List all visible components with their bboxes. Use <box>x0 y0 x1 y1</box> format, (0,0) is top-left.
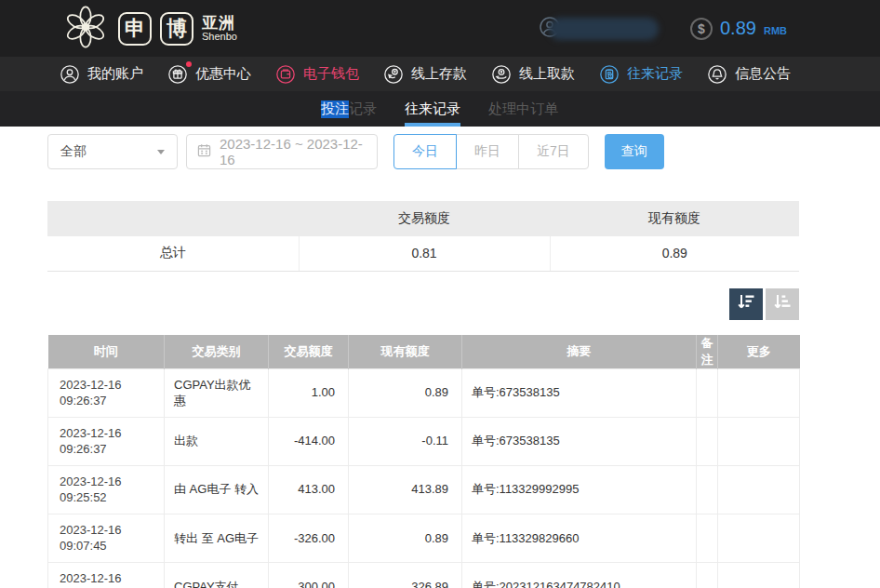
summary-header-balance: 现有额度 <box>550 201 799 236</box>
sort-asc-icon <box>772 293 793 314</box>
nav-item-label: 电子钱包 <box>303 65 359 83</box>
summary-header-row: 交易额度 现有额度 <box>47 201 799 236</box>
col-amount: 交易额度 <box>269 335 349 369</box>
dollar-circle-icon: $ <box>690 18 713 40</box>
nav-item-withdraw[interactable]: 线上取款 <box>491 64 575 85</box>
table-row: 2023-12-16 09:25:52 由 AG电子 转入 413.00 413… <box>48 465 800 514</box>
username-redacted <box>549 18 659 40</box>
nav-item-label: 优惠中心 <box>195 65 251 83</box>
cell-more <box>718 465 800 514</box>
nav-item-label: 我的账户 <box>87 65 143 83</box>
tab-pending-orders[interactable]: 处理中订单 <box>488 91 558 127</box>
nav-item-my-account[interactable]: 我的账户 <box>60 64 143 85</box>
nav-item-label: 线上存款 <box>411 65 467 83</box>
summary-table: 交易额度 现有额度 总计 0.81 0.89 <box>47 201 799 272</box>
nav-item-label: 线上取款 <box>519 65 575 83</box>
cell-remark <box>697 368 718 417</box>
nav-item-transaction-records[interactable]: 往来记录 <box>599 64 683 85</box>
cell-remark <box>697 417 718 465</box>
cell-more <box>718 417 800 465</box>
quick-date-button-group: 今日 昨日 近7日 <box>393 134 589 169</box>
wallet-icon <box>275 64 296 85</box>
tab-label-selected-text: 投注 <box>321 100 349 118</box>
logo-char-bo: 博 <box>160 12 193 46</box>
summary-total-balance: 0.89 <box>550 236 799 271</box>
cell-amount: 300.00 <box>269 562 349 588</box>
main-content: 全部 2023-12-16 ~ 2023-12-16 今日 昨日 近7日 查询 <box>0 127 799 588</box>
cell-balance: -0.11 <box>349 417 462 465</box>
main-navigation: 我的账户 优惠中心 电子钱包 线 <box>0 57 880 91</box>
cell-type: CGPAY支付 <box>165 562 269 588</box>
balance-display[interactable]: $ 0.89 RMB <box>690 18 787 40</box>
nav-item-promotions[interactable]: 优惠中心 <box>167 64 251 85</box>
bell-icon <box>707 64 727 85</box>
brand-logo[interactable]: 申 博 亚洲 Shenbo <box>61 3 237 55</box>
yesterday-button[interactable]: 昨日 <box>456 134 519 169</box>
last7days-button[interactable]: 近7日 <box>518 134 589 169</box>
nav-item-e-wallet[interactable]: 电子钱包 <box>275 64 359 85</box>
nav-item-announcements[interactable]: 信息公告 <box>707 64 791 85</box>
sort-desc-icon <box>736 293 756 314</box>
type-select-value: 全部 <box>60 143 87 160</box>
logo-region-label: 亚洲 <box>202 15 237 32</box>
col-time: 时间 <box>48 335 165 369</box>
tab-transaction-records[interactable]: 往来记录 <box>405 91 460 127</box>
cell-more <box>718 368 800 417</box>
sort-controls <box>47 288 799 320</box>
type-select[interactable]: 全部 <box>47 134 178 169</box>
balance-currency: RMB <box>764 20 787 36</box>
user-account-chip[interactable] <box>539 16 659 42</box>
nav-item-label: 信息公告 <box>735 65 791 83</box>
cell-type: 转出 至 AG电子 <box>165 514 269 562</box>
withdraw-icon <box>491 64 512 85</box>
table-header-row: 时间 交易类别 交易额度 现有额度 摘要 备注 更多 <box>48 335 800 369</box>
nav-item-label: 往来记录 <box>627 65 683 83</box>
col-remark: 备注 <box>697 335 718 369</box>
cell-remark <box>697 562 718 588</box>
cell-time: 2023-12-16 09:03:35 <box>48 562 165 588</box>
records-icon <box>599 64 620 85</box>
cell-remark <box>697 465 718 514</box>
summary-total-transaction: 0.81 <box>299 236 550 271</box>
cell-balance: 0.89 <box>349 514 462 562</box>
cell-time: 2023-12-16 09:25:52 <box>48 465 165 514</box>
table-row: 2023-12-16 09:26:37 出款 -414.00 -0.11 单号:… <box>48 417 800 465</box>
transactions-table: 时间 交易类别 交易额度 现有额度 摘要 备注 更多 2023-12-16 09… <box>47 335 800 588</box>
tab-label-rest: 记录 <box>349 100 377 118</box>
sort-descending-button[interactable] <box>729 288 763 320</box>
tab-label: 处理中订单 <box>488 100 558 118</box>
summary-total-label: 总计 <box>47 236 299 271</box>
calendar-icon <box>197 143 211 160</box>
cell-time: 2023-12-16 09:26:37 <box>48 368 165 417</box>
sort-ascending-button[interactable] <box>766 288 799 320</box>
tab-bet-records[interactable]: 投注记录 <box>321 91 377 127</box>
nav-item-deposit[interactable]: 线上存款 <box>383 64 467 85</box>
tab-label: 往来记录 <box>405 100 460 118</box>
table-row: 2023-12-16 09:26:37 CGPAY出款优惠 1.00 0.89 … <box>48 368 800 417</box>
balance-amount: 0.89 <box>720 18 756 39</box>
cell-balance: 326.89 <box>349 562 462 588</box>
date-range-input[interactable]: 2023-12-16 ~ 2023-12-16 <box>186 134 378 169</box>
date-range-value: 2023-12-16 ~ 2023-12-16 <box>220 136 367 167</box>
top-header-bar: 申 博 亚洲 Shenbo $ 0.89 RMB <box>0 0 880 57</box>
cell-summary: 单号:113329829660 <box>462 514 697 562</box>
cell-more <box>718 514 800 562</box>
cell-remark <box>697 514 718 562</box>
logo-brand-label: Shenbo <box>202 32 237 43</box>
cell-summary: 单号:202312163474782410 <box>462 562 697 588</box>
search-button[interactable]: 查询 <box>605 134 664 169</box>
notification-dot <box>186 61 192 67</box>
today-button[interactable]: 今日 <box>393 134 457 169</box>
col-more: 更多 <box>718 335 800 369</box>
cell-amount: -414.00 <box>269 417 349 465</box>
cell-type: 由 AG电子 转入 <box>165 465 269 514</box>
summary-header-transaction: 交易额度 <box>299 201 550 236</box>
record-tabs-bar: 投注记录 往来记录 处理中订单 <box>0 91 880 127</box>
table-row: 2023-12-16 09:03:35 CGPAY支付 300.00 326.8… <box>48 562 800 588</box>
logo-char-shen: 申 <box>118 12 152 46</box>
summary-header-empty <box>47 201 299 236</box>
cell-type: 出款 <box>165 417 269 465</box>
cell-summary: 单号:673538135 <box>462 368 697 417</box>
filter-toolbar: 全部 2023-12-16 ~ 2023-12-16 今日 昨日 近7日 查询 <box>47 134 799 169</box>
cell-summary: 单号:673538135 <box>462 417 697 465</box>
